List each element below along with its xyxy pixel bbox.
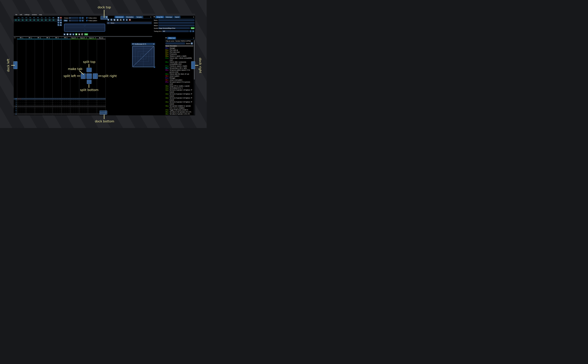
pattern-row[interactable]: 6··· ·· ·· ······· ·· ·· ······· ·· ·· ·…	[14, 109, 106, 111]
tuning-minus-button[interactable]: -	[190, 30, 192, 32]
effect-row[interactable]: 01xxPitch slide up	[165, 49, 193, 51]
tab-samples[interactable]: Samples	[135, 16, 143, 18]
follow-pattern-checkbox[interactable]	[86, 20, 88, 21]
pattern-cell[interactable]: ··· ·· ·· ····	[61, 111, 70, 113]
order-cell[interactable]: 00	[25, 19, 28, 21]
pattern-cell[interactable]: ··· ·· ·· ····	[97, 100, 106, 102]
pattern-cell[interactable]: ··· ·· ·· ····	[35, 100, 44, 102]
step-minus-button[interactable]: -	[79, 20, 81, 22]
pattern-cell[interactable]: ··· ·· ·· ····	[53, 105, 61, 107]
piano-preview[interactable]	[64, 24, 105, 32]
effect-row[interactable]: 0CxxRetrigger	[165, 77, 193, 79]
metronome-button[interactable]	[78, 33, 80, 35]
repeat-pattern-button[interactable]	[81, 33, 83, 35]
pattern-cell[interactable]: ··· ·· ·· ····	[88, 105, 97, 107]
tab-song-info[interactable]: Song Info	[155, 16, 164, 18]
pattern-cell[interactable]: ··· ·· ·· ····	[26, 113, 35, 115]
pattern-cell[interactable]: ··· ·· ·· ····	[26, 102, 35, 104]
pattern-cell[interactable]: ··· ·· ·· ····	[97, 105, 106, 107]
effect-row[interactable]: 03xxPortamento	[165, 53, 193, 55]
menu-file[interactable]: file	[14, 14, 19, 16]
menu-help[interactable]: help	[38, 14, 43, 16]
instrument-organize-button[interactable]	[119, 19, 122, 21]
tab-subsongs[interactable]: Subsongs	[165, 16, 173, 18]
poly-button[interactable]: Poly	[84, 33, 88, 35]
effect-row[interactable]: 17xxToggle PCM mode (LEGACY)	[165, 109, 193, 111]
channel-header-square-2[interactable]: Square 2	[79, 37, 88, 39]
pattern-cell[interactable]: ··· ·· ·· ····	[88, 111, 97, 113]
pattern-cell[interactable]: ··· ·· ·· ····	[17, 111, 26, 113]
effect-row[interactable]: 0AxyVolume slide (0y: down; x0: up)	[165, 73, 193, 75]
pattern-cell[interactable]: ··· ·· ·· ····	[97, 104, 106, 105]
instrument-list-item[interactable]: - None -	[107, 22, 152, 24]
split-top-button[interactable]	[86, 68, 92, 72]
pattern-cell[interactable]: ··· ·· ·· ····	[17, 109, 26, 111]
step-label[interactable]: Step	[64, 20, 68, 22]
order-cell[interactable]: 00	[40, 19, 44, 21]
effect-row[interactable]: 0DxxJump to next pattern	[165, 79, 193, 81]
pattern-cell[interactable]: ··· ·· ·· ····	[79, 102, 88, 104]
channel-header-square-3[interactable]: Square 3	[88, 37, 97, 39]
effect-row[interactable]: 14xxSet level of operator 3 (0 highest, …	[165, 97, 193, 101]
pattern-cell[interactable]: ··· ·· ·· ····	[61, 100, 70, 102]
oscilloscope-titlebar[interactable]: Oscilloscope (X-Y) ✕	[132, 43, 155, 45]
order-add-button[interactable]	[57, 17, 59, 19]
pattern-cell[interactable]: ··· ·· ·· ····	[70, 113, 79, 115]
make-tab-button[interactable]	[86, 73, 92, 79]
pattern-cell[interactable]: ··· ·· ·· ····	[88, 100, 97, 102]
pattern-cell[interactable]: ··· ·· ·· ····	[79, 113, 88, 115]
instrument-move-down-button[interactable]	[126, 19, 128, 21]
effect-row[interactable]: 11xxSet feedback (0 to 7)	[165, 87, 193, 89]
pattern-cell[interactable]: ··· ·· ·· ····	[61, 115, 70, 115]
pattern-cell[interactable]: ··· ·· ·· ····	[35, 108, 44, 109]
play-pattern-button[interactable]	[66, 33, 69, 35]
pattern-cell[interactable]: ··· ·· ·· ····	[97, 98, 106, 100]
order-cell[interactable]: 00	[17, 19, 20, 21]
menu-window[interactable]: window	[31, 14, 38, 16]
split-bottom-button[interactable]	[87, 80, 92, 84]
octave-input[interactable]: 3	[69, 17, 79, 19]
pattern-cell[interactable]: ··· ·· ·· ····	[44, 104, 53, 105]
pattern-cell[interactable]: ··· ·· ·· ····	[79, 98, 88, 100]
pattern-cell[interactable]: ··· ·· ·· ····	[88, 113, 97, 115]
pattern-cell[interactable]: ··· ·· ·· ····	[17, 108, 26, 109]
pattern-cell[interactable]: ··· ·· ·· ····	[88, 104, 97, 105]
pattern-cell[interactable]: ··· ·· ·· ····	[17, 104, 26, 105]
tab-speed[interactable]: Speed	[174, 16, 180, 18]
pattern-cell[interactable]: ··· ·· ·· ····	[53, 111, 61, 113]
tuning-input[interactable]: 440	[162, 30, 189, 32]
pattern-row[interactable]: 9··· ·· ·· ······· ·· ·· ······· ·· ·· ·…	[14, 115, 106, 115]
pattern-cell[interactable]: ··· ·· ·· ····	[70, 109, 79, 111]
pattern-cell[interactable]: ··· ·· ·· ····	[35, 113, 44, 115]
pattern-cell[interactable]: ··· ·· ·· ····	[35, 115, 44, 115]
effect-row[interactable]: 15xxSet level of operator 4 (0 highest, …	[165, 101, 193, 105]
instrument-move-up-button[interactable]	[123, 19, 125, 21]
menu-edit[interactable]: edit	[19, 14, 23, 16]
effect-row[interactable]: 16xySet operator multiplier (x: operator…	[165, 105, 193, 109]
effect-search-input[interactable]	[165, 42, 185, 45]
instrument-save-button[interactable]	[117, 19, 119, 21]
order-move-down-button[interactable]	[57, 22, 59, 24]
dock-bottom-handle[interactable]	[99, 110, 107, 115]
pattern-cell[interactable]: ··· ·· ·· ····	[26, 104, 35, 105]
effect-row[interactable]: 19xxSet attack of all operators (0 to 1F…	[165, 111, 193, 113]
tab-instruments[interactable]: Instruments	[114, 16, 125, 18]
channel-header-fm-4[interactable]: FM 4	[44, 37, 53, 39]
song-info-close-icon[interactable]: ✕	[193, 16, 194, 18]
channel-header-fm-3[interactable]: FM 3	[35, 37, 44, 39]
order-duplicate-end-button[interactable]	[60, 22, 62, 24]
order-remove-button[interactable]	[60, 17, 62, 19]
channel-header-fm-6[interactable]: FM 6	[61, 37, 70, 39]
pattern-cell[interactable]: ··· ·· ·· ····	[79, 104, 88, 105]
pattern-cell[interactable]: ··· ·· ·· ····	[17, 100, 26, 102]
pattern-cell[interactable]: ··· ·· ·· ····	[53, 115, 61, 115]
pattern-cell[interactable]: ··· ·· ·· ····	[70, 98, 79, 100]
pattern-cell[interactable]: ··· ·· ·· ····	[44, 105, 53, 107]
step-row-down-button[interactable]	[72, 33, 74, 35]
pattern-cell[interactable]: ··· ·· ·· ····	[53, 113, 61, 115]
pattern-cell[interactable]: ··· ·· ·· ····	[70, 100, 79, 102]
pattern-cell[interactable]: ··· ·· ·· ····	[70, 115, 79, 115]
pattern-cell[interactable]: ··· ·· ·· ····	[79, 111, 88, 113]
pattern-row[interactable]: 0··· ·· ·· ······· ·· ·· ······· ·· ·· ·…	[14, 98, 106, 100]
pattern-cell[interactable]: ··· ·· ·· ····	[88, 98, 97, 100]
